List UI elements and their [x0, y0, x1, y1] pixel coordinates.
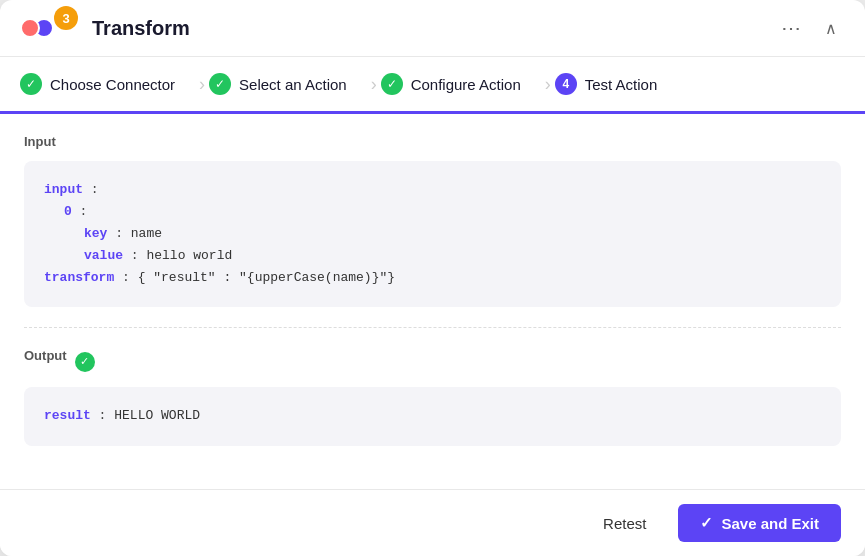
- step-check-3: ✓: [381, 73, 403, 95]
- input-code-block: input : 0 : key : name value : hello wor…: [24, 161, 841, 307]
- footer: Retest ✓ Save and Exit: [0, 489, 865, 556]
- header: 3 Transform ⋯ ∧: [0, 0, 865, 57]
- step-label-4: Test Action: [585, 76, 658, 93]
- code-key-result: result: [44, 408, 91, 423]
- code-value-transform: { "result" : "{upperCase(name)}"}: [130, 270, 395, 285]
- save-label: Save and Exit: [721, 515, 819, 532]
- code-value-result: HELLO WORLD: [106, 408, 200, 423]
- step-label-1: Choose Connector: [50, 76, 175, 93]
- step-label-3: Configure Action: [411, 76, 521, 93]
- icon-circle-left: [20, 18, 40, 38]
- page-title: Transform: [92, 17, 761, 40]
- code-key-transform: transform: [44, 270, 114, 285]
- steps-bar: ✓ Choose Connector › ✓ Select an Action …: [0, 57, 865, 114]
- output-code-block: result : HELLO WORLD: [24, 387, 841, 445]
- step-num-4: 4: [555, 73, 577, 95]
- section-divider: [24, 327, 841, 328]
- save-exit-button[interactable]: ✓ Save and Exit: [678, 504, 841, 542]
- step-choose-connector[interactable]: ✓ Choose Connector: [20, 57, 195, 111]
- code-line-input: input :: [44, 179, 821, 201]
- code-line-0: 0 :: [44, 201, 821, 223]
- code-line-result: result : HELLO WORLD: [44, 405, 821, 427]
- retest-button[interactable]: Retest: [587, 507, 662, 540]
- step-select-action[interactable]: ✓ Select an Action: [209, 57, 367, 111]
- menu-button[interactable]: ⋯: [773, 12, 809, 44]
- output-section-label: Output: [24, 348, 67, 363]
- code-key-key: key: [84, 226, 107, 241]
- main-window: 3 Transform ⋯ ∧ ✓ Choose Connector › ✓ S…: [0, 0, 865, 556]
- step-badge: 3: [54, 6, 78, 30]
- code-line-value: value : hello world: [44, 245, 821, 267]
- step-check-2: ✓: [209, 73, 231, 95]
- input-section-label: Input: [24, 134, 841, 149]
- step-divider-1: ›: [199, 74, 205, 95]
- collapse-button[interactable]: ∧: [817, 15, 845, 42]
- app-icon: [20, 18, 54, 38]
- step-divider-3: ›: [545, 74, 551, 95]
- code-key-value: value: [84, 248, 123, 263]
- code-value-key: name: [123, 226, 162, 241]
- step-label-2: Select an Action: [239, 76, 347, 93]
- step-test-action[interactable]: 4 Test Action: [555, 57, 678, 111]
- header-actions: ⋯ ∧: [773, 12, 845, 44]
- output-header: Output ✓: [24, 348, 841, 375]
- step-configure-action[interactable]: ✓ Configure Action: [381, 57, 541, 111]
- main-content: Input input : 0 : key : name value : hel…: [0, 114, 865, 489]
- code-value-value: hello world: [139, 248, 233, 263]
- save-icon: ✓: [700, 514, 713, 532]
- code-key-input: input: [44, 182, 83, 197]
- output-check-icon: ✓: [75, 352, 95, 372]
- code-key-0: 0: [64, 204, 72, 219]
- step-divider-2: ›: [371, 74, 377, 95]
- code-line-key: key : name: [44, 223, 821, 245]
- step-check-1: ✓: [20, 73, 42, 95]
- code-line-transform: transform : { "result" : "{upperCase(nam…: [44, 267, 821, 289]
